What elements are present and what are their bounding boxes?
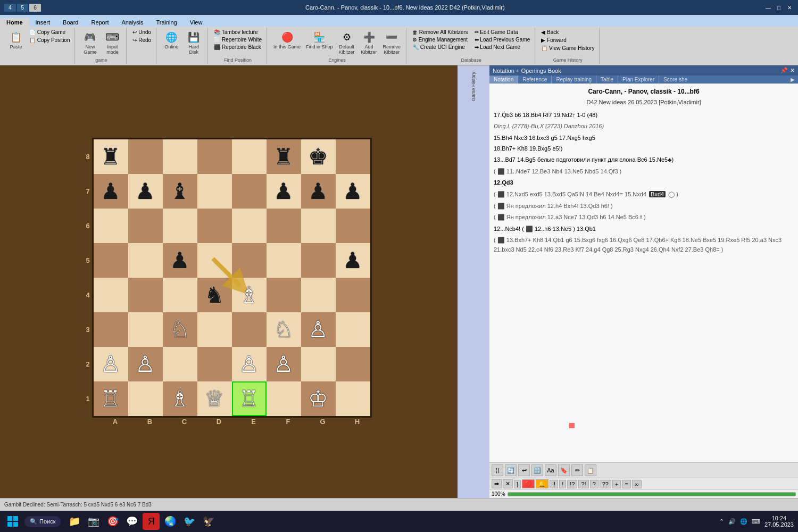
highlight-move[interactable]: Bxd4 [649,191,666,197]
repertoire-black-btn[interactable]: ⬛ Repertoire Black [212,44,263,51]
square-g1[interactable]: ♔ [301,381,336,416]
taskbar-app2-icon[interactable]: 💬 [123,513,140,530]
tab-analysis[interactable]: Analysis [115,18,149,27]
square-c3[interactable]: ♘ [163,312,197,347]
tab-plan-explorer[interactable]: Plan Explorer [618,76,659,84]
tab-notation[interactable]: Notation [489,76,518,84]
new-game-btn[interactable]: 🎮 NewGame [79,29,101,56]
square-b1[interactable] [128,381,163,416]
square-c7[interactable]: ♝ [163,174,197,209]
edit-game-data-btn[interactable]: ✏ Edit Game Data [473,29,532,36]
nav-qe-btn[interactable]: ?! [578,480,588,488]
square-h5[interactable]: ♟ [336,243,370,278]
square-e1[interactable]: ♖ [232,381,267,416]
online-btn[interactable]: 🌐 Online [161,29,182,51]
square-c2[interactable] [163,347,197,381]
nav-excq-btn[interactable]: !? [567,480,577,488]
square-h2[interactable] [336,347,370,381]
nav-bracket-btn[interactable]: ] [514,480,521,488]
taskbar-camera-icon[interactable]: 📷 [85,513,102,530]
find-shop-btn[interactable]: 🏪 Find in Shop [304,29,335,51]
square-c4[interactable] [163,278,197,312]
tab-view[interactable]: View [184,18,209,27]
square-e2[interactable]: ♙ [232,347,267,381]
toolbar-copy-btn[interactable]: 📋 [585,464,596,476]
square-g6[interactable] [301,209,336,243]
square-g5[interactable] [301,243,336,278]
start-button[interactable] [4,513,21,530]
tab-5[interactable]: 5 [17,4,29,12]
taskbar-clock[interactable]: 10:24 27.05.2023 [764,515,794,528]
tab-training[interactable]: Training [149,18,183,27]
copy-position-btn[interactable]: 📋 Copy Position [28,37,71,44]
square-a1[interactable]: ♖ [94,381,128,416]
toolbar-prev-btn[interactable]: 🔄 [505,464,517,476]
square-e5[interactable] [232,243,267,278]
paste-btn[interactable]: 📋 Paste [5,29,27,51]
square-c5[interactable]: ♟ [163,243,197,278]
toolbar-next-btn[interactable]: ↩ [518,464,530,476]
square-d6[interactable] [197,209,232,243]
square-b4[interactable] [128,278,163,312]
nav-plus-btn[interactable]: + [612,480,621,488]
engine-mgmt-btn[interactable]: ⚙ Engine Management [411,36,469,43]
square-f4[interactable] [267,278,301,312]
tab-6[interactable]: 6 [29,4,41,12]
square-g7[interactable]: ♟ [301,174,336,209]
toolbar-end-btn[interactable]: 🔡 [531,464,543,476]
taskbar-app3-icon[interactable]: Я [143,513,160,530]
square-d2[interactable] [197,347,232,381]
square-e4[interactable]: ♗ [232,278,267,312]
square-d5[interactable] [197,243,232,278]
chess-board[interactable]: ♜♜♚♟♟♝♟♟♟♟♟♞♗♘♘♙♙♙♙♙♖♗♕♖♔ [92,138,372,418]
square-b2[interactable]: ♙ [128,347,163,381]
square-d7[interactable] [197,174,232,209]
square-a4[interactable] [94,278,128,312]
nav-red-btn[interactable]: 🔴 [522,479,535,488]
add-kibitzer-btn[interactable]: ➕ AddKibitzer [359,29,380,56]
square-a8[interactable]: ♜ [94,139,128,174]
view-history-btn[interactable]: 📋 View Game History [539,45,596,52]
tab-insert[interactable]: Insert [29,18,57,27]
square-h7[interactable]: ♟ [336,174,370,209]
square-e7[interactable] [232,174,267,209]
square-b5[interactable] [128,243,163,278]
square-a3[interactable] [94,312,128,347]
nav-exc-btn[interactable]: ! [559,480,566,488]
square-g8[interactable]: ♚ [301,139,336,174]
toolbar-begin-btn[interactable]: ⟨⟨ [492,464,503,476]
undo-btn[interactable]: ↩ Undo [131,29,153,36]
tab-table[interactable]: Table [596,76,618,84]
load-next-btn[interactable]: ➡ Load Next Game [473,44,532,51]
taskbar-app6-icon[interactable]: 🦅 [200,513,217,530]
notation-pin-btn[interactable]: 📌 [780,67,788,74]
default-kibitzer-btn[interactable]: ⚙ DefaultKibitzer [336,29,358,56]
hard-disk-btn[interactable]: 💾 HardDisk [183,29,204,56]
square-f8[interactable]: ♜ [267,139,301,174]
toolbar-edit-btn[interactable]: ✏ [571,464,583,476]
nav-q-btn[interactable]: ? [590,480,598,488]
square-d3[interactable] [197,312,232,347]
remove-all-btn[interactable]: 🗑 Remove All Kibitzers [411,29,469,36]
square-g2[interactable] [301,347,336,381]
square-f6[interactable] [267,209,301,243]
taskbar-app5-icon[interactable]: 🐦 [181,513,198,530]
square-a7[interactable]: ♟ [94,174,128,209]
tab-home[interactable]: Home [0,18,29,27]
taskbar-app4-icon[interactable]: 🌏 [162,513,179,530]
square-b3[interactable] [128,312,163,347]
nav-bell-btn[interactable]: 🔔 [536,479,548,488]
taskbar-search[interactable]: 🔍 Поиск [24,516,61,527]
square-f2[interactable]: ♙ [267,347,301,381]
square-h8[interactable] [336,139,370,174]
notation-close-btn[interactable]: ✕ [790,67,795,74]
toolbar-font-btn[interactable]: Aa [545,464,556,476]
square-g4[interactable] [301,278,336,312]
square-e8[interactable] [232,139,267,174]
copy-game-btn[interactable]: 📄 Copy Game [28,29,71,36]
tab-scroll-right[interactable]: ▶ [787,76,798,84]
repertoire-white-btn[interactable]: ⬜ Repertoire White [212,36,263,43]
load-prev-btn[interactable]: ⬅ Load Previous Game [473,36,532,43]
tab-board[interactable]: Board [56,18,85,27]
square-h1[interactable] [336,381,370,416]
